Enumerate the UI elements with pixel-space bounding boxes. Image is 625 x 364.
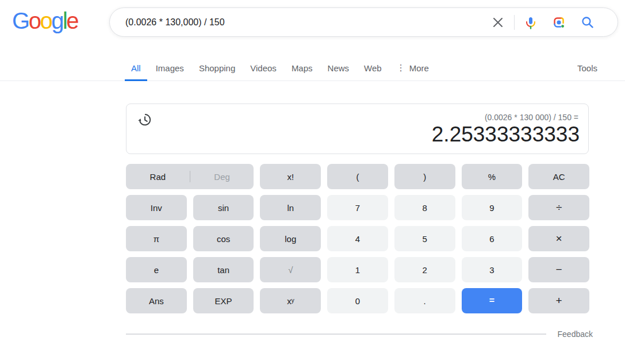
calc-button-equals[interactable]: = (462, 288, 523, 313)
calc-button-percent[interactable]: % (462, 164, 523, 189)
more-dots-icon: ⋮ (397, 63, 405, 73)
rad-label: Rad (126, 172, 190, 182)
calc-button-cosine[interactable]: cos (193, 226, 254, 251)
footer-divider (126, 334, 546, 335)
tab-label: Images (156, 63, 184, 73)
calc-button-all-clear[interactable]: AC (528, 164, 589, 189)
search-input[interactable] (110, 8, 491, 36)
tab-label: News (328, 63, 350, 73)
calc-button-euler[interactable]: e (126, 257, 187, 282)
calc-button-open-paren[interactable]: ( (327, 164, 388, 189)
calc-button-digit-1[interactable]: 1 (327, 257, 388, 282)
calc-button-divide[interactable]: ÷ (528, 195, 589, 220)
search-bar-divider (514, 15, 515, 30)
tools-button[interactable]: Tools (577, 55, 597, 81)
mic-icon[interactable] (524, 16, 538, 29)
tab-shopping[interactable]: Shopping (199, 55, 235, 81)
google-search-page: Google (0, 0, 625, 364)
calc-button-factorial[interactable]: x! (260, 164, 321, 189)
logo-letter: g (51, 8, 63, 33)
calc-button-digit-2[interactable]: 2 (394, 257, 455, 282)
calc-button-digit-9[interactable]: 9 (462, 195, 523, 220)
calculator-expression: (0.0026 * 130 000) / 150 = (485, 113, 578, 122)
tab-label: Shopping (199, 63, 235, 73)
tab-videos[interactable]: Videos (250, 55, 277, 81)
tab-label: All (131, 63, 141, 73)
footer: Feedback (126, 329, 593, 339)
calc-button-digit-5[interactable]: 5 (394, 226, 455, 251)
calc-button-pi[interactable]: π (126, 226, 187, 251)
tab-label: Web (364, 63, 382, 73)
search-icon[interactable] (580, 15, 595, 29)
calc-button-multiply[interactable]: × (528, 226, 589, 251)
feedback-link[interactable]: Feedback (558, 329, 593, 339)
deg-label: Deg (190, 172, 254, 182)
calc-button-tangent[interactable]: tan (193, 257, 254, 282)
history-icon[interactable] (136, 112, 153, 129)
tab-images[interactable]: Images (156, 55, 184, 81)
calc-button-rad-deg[interactable]: RadDeg (126, 164, 254, 189)
tab-label: More (409, 63, 429, 73)
calc-button-close-paren[interactable]: ) (394, 164, 455, 189)
search-bar (109, 7, 618, 37)
logo-letter: e (66, 8, 78, 33)
calc-button-digit-4[interactable]: 4 (327, 226, 388, 251)
calculator-keypad: RadDegx!()%ACInvsinln789÷πcoslog456×etan… (126, 164, 589, 313)
tab-maps[interactable]: Maps (292, 55, 313, 81)
calculator-result: 2.25333333333 (432, 123, 580, 146)
lens-icon[interactable] (552, 16, 566, 29)
calc-button-digit-3[interactable]: 3 (462, 257, 523, 282)
tab-label: Videos (250, 63, 277, 73)
logo-letter: o (29, 8, 40, 33)
tabs-list: AllImagesShoppingVideosMapsNewsWeb⋮More (131, 55, 429, 81)
calc-button-answer[interactable]: Ans (126, 288, 187, 313)
calc-button-square-root[interactable]: √ (260, 257, 321, 282)
calc-button-sine[interactable]: sin (193, 195, 254, 220)
logo-letter: o (40, 8, 51, 33)
calc-button-digit-6[interactable]: 6 (462, 226, 523, 251)
calc-button-power[interactable]: xʸ (260, 288, 321, 313)
tab-news[interactable]: News (328, 55, 350, 81)
calculator-display: (0.0026 * 130 000) / 150 = 2.25333333333 (126, 104, 589, 154)
clear-icon[interactable] (491, 16, 505, 29)
tab-more[interactable]: ⋮More (397, 55, 429, 81)
logo-letter: G (12, 8, 29, 33)
calc-button-natural-log[interactable]: ln (260, 195, 321, 220)
tab-web[interactable]: Web (364, 55, 382, 81)
tab-all[interactable]: All (131, 55, 141, 81)
calc-button-add[interactable]: + (528, 288, 589, 313)
tab-label: Maps (292, 63, 313, 73)
calc-button-decimal-point[interactable]: . (394, 288, 455, 313)
calc-button-digit-8[interactable]: 8 (394, 195, 455, 220)
calc-button-log[interactable]: log (260, 226, 321, 251)
calc-button-subtract[interactable]: − (528, 257, 589, 282)
google-logo[interactable]: Google (12, 7, 78, 35)
calc-button-exponent[interactable]: EXP (193, 288, 254, 313)
calc-button-digit-7[interactable]: 7 (327, 195, 388, 220)
calc-button-digit-0[interactable]: 0 (327, 288, 388, 313)
calc-button-inverse[interactable]: Inv (126, 195, 187, 220)
result-tabs-bar: AllImagesShoppingVideosMapsNewsWeb⋮More … (0, 55, 625, 81)
search-bar-actions (491, 15, 618, 30)
